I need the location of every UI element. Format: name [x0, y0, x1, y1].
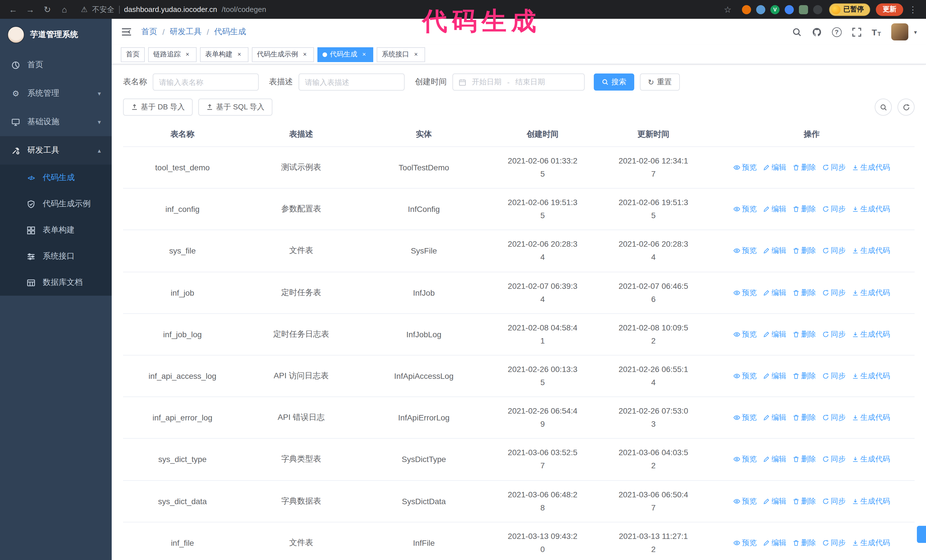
search-button[interactable]: 搜索 [594, 74, 634, 91]
extension-icon-5[interactable] [799, 5, 808, 14]
edit-link[interactable]: 编辑 [763, 371, 787, 381]
delete-link[interactable]: 删除 [793, 412, 816, 423]
delete-link[interactable]: 删除 [793, 496, 816, 506]
generate-code-link[interactable]: 生成代码 [852, 287, 890, 298]
generate-code-link[interactable]: 生成代码 [852, 496, 890, 506]
sync-link[interactable]: 同步 [822, 329, 846, 340]
reset-button[interactable]: ↻ 重置 [640, 74, 680, 91]
sidebar-item-devtools[interactable]: 研发工具 ▴ [0, 136, 112, 165]
home-icon[interactable]: ⌂ [57, 0, 72, 19]
edit-link[interactable]: 编辑 [763, 454, 787, 465]
sync-link[interactable]: 同步 [822, 412, 846, 423]
sidebar-subitem-form-builder[interactable]: 表单构建 [0, 217, 112, 243]
extension-icon-4[interactable] [785, 5, 794, 14]
extension-icon-6[interactable] [813, 5, 822, 14]
sidebar-subitem-system-api[interactable]: 系统接口 [0, 243, 112, 269]
sidebar-item-home[interactable]: 首页 [0, 51, 112, 79]
generate-code-link[interactable]: 生成代码 [852, 454, 890, 465]
address-bar[interactable]: ⚠ 不安全 dashboard.yudao.iocoder.cn/tool/co… [81, 4, 711, 15]
sync-link[interactable]: 同步 [822, 246, 846, 256]
edit-link[interactable]: 编辑 [763, 329, 787, 340]
tab-system-api[interactable]: 系统接口 × [377, 47, 425, 62]
sync-link[interactable]: 同步 [822, 371, 846, 381]
forward-icon[interactable]: → [23, 0, 38, 19]
preview-link[interactable]: 预览 [733, 496, 757, 506]
user-caret-icon[interactable]: ▾ [914, 29, 917, 35]
sync-link[interactable]: 同步 [822, 162, 846, 173]
close-icon[interactable]: × [412, 50, 420, 58]
sidebar-subitem-db-doc[interactable]: 数据库文档 [0, 269, 112, 296]
sidebar-subitem-codegen-example[interactable]: 代码生成示例 [0, 191, 112, 217]
preview-link[interactable]: 预览 [733, 454, 757, 465]
floating-side-button[interactable] [917, 526, 926, 543]
table-name-input[interactable] [153, 74, 259, 91]
refresh-table-button[interactable] [897, 98, 915, 116]
delete-link[interactable]: 删除 [793, 538, 816, 548]
preview-link[interactable]: 预览 [733, 371, 757, 381]
search-icon[interactable] [792, 27, 802, 37]
sync-link[interactable]: 同步 [822, 454, 846, 465]
help-icon[interactable]: ? [832, 27, 841, 37]
sidebar-item-infra[interactable]: 基础设施 ▾ [0, 108, 112, 136]
close-icon[interactable]: × [235, 50, 243, 58]
tab-home[interactable]: 首页 [121, 47, 145, 62]
preview-link[interactable]: 预览 [733, 329, 757, 340]
date-range-picker[interactable]: 开始日期 - 结束日期 [452, 74, 585, 91]
font-size-icon[interactable]: TT [872, 27, 881, 37]
delete-link[interactable]: 删除 [793, 204, 816, 214]
extension-icon-2[interactable] [756, 5, 765, 14]
generate-code-link[interactable]: 生成代码 [852, 246, 890, 256]
edit-link[interactable]: 编辑 [763, 287, 787, 298]
preview-link[interactable]: 预览 [733, 287, 757, 298]
sync-link[interactable]: 同步 [822, 287, 846, 298]
generate-code-link[interactable]: 生成代码 [852, 162, 890, 173]
generate-code-link[interactable]: 生成代码 [852, 412, 890, 423]
generate-code-link[interactable]: 生成代码 [852, 538, 890, 548]
extension-icon-3[interactable]: V [770, 5, 779, 14]
browser-menu-icon[interactable]: ⋮ [905, 0, 920, 19]
delete-link[interactable]: 删除 [793, 329, 816, 340]
delete-link[interactable]: 删除 [793, 162, 816, 173]
tab-trace[interactable]: 链路追踪 × [148, 47, 197, 62]
close-icon[interactable]: × [360, 50, 368, 58]
sync-link[interactable]: 同步 [822, 496, 846, 506]
preview-link[interactable]: 预览 [733, 162, 757, 173]
close-icon[interactable]: × [301, 50, 309, 58]
preview-link[interactable]: 预览 [733, 538, 757, 548]
close-icon[interactable]: × [183, 50, 191, 58]
edit-link[interactable]: 编辑 [763, 496, 787, 506]
fullscreen-icon[interactable] [852, 27, 861, 37]
preview-link[interactable]: 预览 [733, 412, 757, 423]
edit-link[interactable]: 编辑 [763, 412, 787, 423]
import-sql-button[interactable]: 基于 SQL 导入 [198, 98, 273, 116]
breadcrumb-item[interactable]: 代码生成 [214, 27, 246, 37]
edit-link[interactable]: 编辑 [763, 162, 787, 173]
reload-icon[interactable]: ↻ [40, 0, 55, 19]
generate-code-link[interactable]: 生成代码 [852, 204, 890, 214]
tab-form-builder[interactable]: 表单构建 × [200, 47, 248, 62]
extension-icon-1[interactable] [742, 5, 751, 14]
delete-link[interactable]: 删除 [793, 246, 816, 256]
sidebar-item-system[interactable]: ⚙ 系统管理 ▾ [0, 79, 112, 108]
breadcrumb-item[interactable]: 首页 [141, 27, 157, 37]
edit-link[interactable]: 编辑 [763, 246, 787, 256]
import-db-button[interactable]: 基于 DB 导入 [123, 98, 193, 116]
delete-link[interactable]: 删除 [793, 454, 816, 465]
github-icon[interactable] [812, 27, 822, 37]
delete-link[interactable]: 删除 [793, 287, 816, 298]
update-button[interactable]: 更新 [876, 3, 903, 16]
preview-link[interactable]: 预览 [733, 246, 757, 256]
tab-codegen-example[interactable]: 代码生成示例 × [252, 47, 314, 62]
user-avatar[interactable] [891, 23, 908, 41]
edit-link[interactable]: 编辑 [763, 204, 787, 214]
back-icon[interactable]: ← [6, 0, 21, 19]
breadcrumb-item[interactable]: 研发工具 [170, 27, 202, 37]
generate-code-link[interactable]: 生成代码 [852, 371, 890, 381]
sync-link[interactable]: 同步 [822, 538, 846, 548]
sidebar-toggle-icon[interactable] [121, 26, 133, 38]
sidebar-subitem-codegen[interactable]: </> 代码生成 [0, 165, 112, 191]
generate-code-link[interactable]: 生成代码 [852, 329, 890, 340]
paused-badge[interactable]: 已暂停 [829, 3, 870, 16]
logo-row[interactable]: 芋道管理系统 [0, 19, 112, 51]
bookmark-star-icon[interactable]: ☆ [720, 0, 735, 19]
